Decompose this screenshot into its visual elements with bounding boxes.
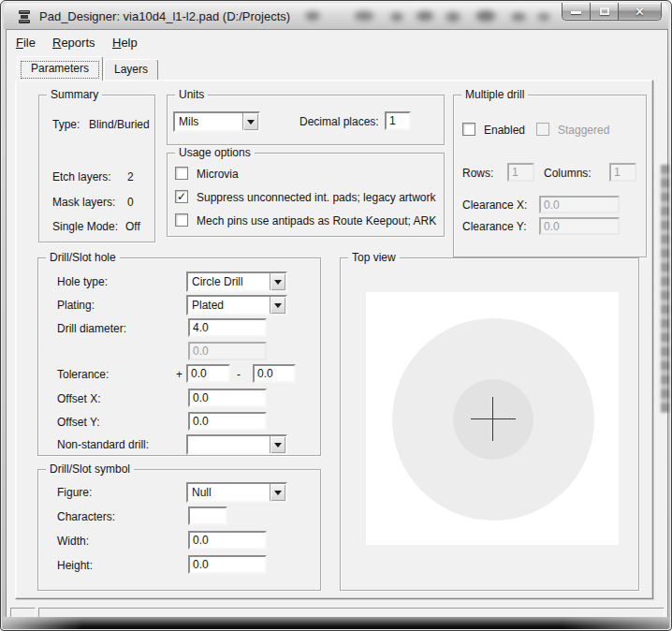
offset-y-input[interactable]: [188, 412, 267, 431]
top-view-canvas: [366, 292, 619, 545]
figure-label: Figure:: [57, 486, 92, 499]
menu-reports[interactable]: Reports: [52, 36, 95, 50]
hole-type-dropdown-button[interactable]: [270, 273, 285, 290]
summary-etch-label: Etch layers:: [52, 170, 111, 183]
non-standard-drill-select[interactable]: [186, 434, 287, 455]
figure-value: Null: [188, 484, 270, 501]
summary-single-mode-label: Single Mode:: [52, 220, 118, 233]
plating-label: Plating:: [57, 299, 95, 312]
tab-parameters-label: Parameters: [18, 62, 102, 75]
figure-dropdown-button[interactable]: [270, 484, 285, 501]
title-bar: Pad_Designer: via10d4_l1-l2.pad (D:/Proj…: [4, 3, 668, 29]
characters-label: Characters:: [57, 510, 115, 523]
chevron-down-icon: [274, 491, 282, 495]
summary-type-value: Blind/Buried: [89, 118, 150, 131]
clearance-y-label: Clearance Y:: [462, 220, 527, 233]
non-standard-drill-value: [188, 436, 270, 453]
offset-x-input[interactable]: [188, 389, 267, 407]
close-icon: ✕: [635, 6, 645, 18]
multiple-drill-group: Multiple drill Enabled Staggered Rows: C…: [453, 95, 647, 257]
pad-designer-window: Pad_Designer: via10d4_l1-l2.pad (D:/Proj…: [0, 0, 672, 631]
plating-select[interactable]: Plated: [186, 295, 287, 316]
drill-diameter-input[interactable]: [188, 318, 267, 337]
summary-single-mode-value: Off: [125, 220, 140, 233]
close-button[interactable]: ✕: [618, 3, 662, 21]
window-frame: Pad_Designer: via10d4_l1-l2.pad (D:/Proj…: [0, 0, 672, 631]
tolerance-minus-sign: -: [237, 368, 241, 381]
columns-label: Columns:: [544, 167, 592, 180]
summary-mask-label: Mask layers:: [52, 196, 115, 209]
width-label: Width:: [57, 535, 89, 548]
characters-input[interactable]: [188, 506, 227, 525]
window-title: Pad_Designer: via10d4_l1-l2.pad (D:/Proj…: [39, 9, 290, 23]
hole-type-select[interactable]: Circle Drill: [186, 271, 287, 292]
drill-slot-symbol-group: Drill/Slot symbol Figure: Null Character…: [37, 469, 321, 591]
summary-type-label: Type:: [52, 118, 80, 131]
chevron-down-icon: [274, 303, 282, 308]
hole-type-value: Circle Drill: [188, 273, 270, 290]
tolerance-label: Tolerance:: [57, 368, 109, 381]
usage-options-group: Usage options Microvia ✓ Suppress unconn…: [167, 153, 445, 237]
menu-file[interactable]: File: [16, 36, 36, 50]
clearance-x-label: Clearance X:: [462, 198, 527, 212]
plating-dropdown-button[interactable]: [270, 297, 285, 314]
rows-input: [507, 163, 534, 182]
staggered-checkbox: [536, 123, 549, 136]
top-view-group-title: Top view: [348, 251, 400, 264]
suppress-unconnected-checkbox[interactable]: ✓: [175, 190, 188, 203]
right-frame-glass-smudge: [661, 165, 669, 413]
staggered-label: Staggered: [558, 124, 609, 137]
mech-pins-label: Mech pins use antipads as Route Keepout;…: [197, 214, 436, 227]
checkmark-icon: ✓: [177, 192, 186, 201]
minimize-icon: [571, 11, 581, 14]
units-group: Units Mils Decimal places:: [167, 95, 445, 145]
units-dropdown-button[interactable]: [242, 113, 258, 130]
drill-slot-symbol-group-title: Drill/Slot symbol: [46, 462, 134, 476]
drill-slot-hole-group: Drill/Slot hole Hole type: Circle Drill …: [37, 257, 321, 456]
tab-layers-label: Layers: [105, 63, 157, 76]
units-select[interactable]: Mils: [173, 111, 260, 132]
plating-value: Plated: [188, 297, 270, 314]
non-standard-drill-label: Non-standard drill:: [57, 438, 149, 451]
clearance-x-input: [539, 196, 620, 213]
summary-group-title: Summary: [47, 88, 102, 101]
enabled-label: Enabled: [484, 124, 525, 137]
drill-diameter-secondary-input: [188, 342, 267, 360]
units-selected-value: Mils: [175, 113, 242, 130]
microvia-label: Microvia: [197, 168, 239, 181]
figure-select[interactable]: Null: [186, 482, 287, 503]
offset-y-label: Offset Y:: [57, 416, 100, 429]
parameters-page: Summary Type: Blind/Buried Etch layers: …: [15, 80, 653, 599]
tolerance-plus-input[interactable]: [186, 364, 230, 383]
non-standard-drill-dropdown-button[interactable]: [270, 436, 285, 453]
chevron-down-icon: [247, 120, 255, 125]
decimal-places-input[interactable]: [385, 111, 411, 130]
app-icon: [17, 9, 32, 24]
caption-buttons: ✕: [562, 3, 662, 21]
height-input[interactable]: [188, 555, 267, 574]
width-input[interactable]: [188, 531, 267, 550]
maximize-button[interactable]: [591, 3, 618, 21]
tab-layers[interactable]: Layers: [104, 59, 158, 81]
usage-options-group-title: Usage options: [175, 146, 255, 159]
enabled-checkbox[interactable]: [462, 123, 475, 136]
summary-mask-value: 0: [127, 196, 134, 209]
tab-parameters[interactable]: Parameters: [17, 56, 103, 81]
microvia-checkbox[interactable]: [175, 167, 188, 180]
titlebar-glass-smudges: [299, 6, 579, 26]
tolerance-plus-sign: +: [176, 368, 183, 381]
menu-help[interactable]: Help: [112, 36, 138, 50]
drill-circle: [453, 379, 533, 460]
maximize-icon: [600, 7, 609, 15]
crosshair-icon: [492, 397, 493, 441]
crosshair-icon: [471, 418, 516, 419]
minimize-button[interactable]: [562, 3, 591, 21]
units-group-title: Units: [175, 88, 208, 101]
tolerance-minus-input[interactable]: [253, 364, 296, 383]
hole-type-label: Hole type:: [57, 275, 108, 288]
summary-etch-value: 2: [127, 170, 134, 183]
clearance-y-input: [539, 217, 620, 235]
decimal-places-label: Decimal places:: [299, 115, 379, 128]
chevron-down-icon: [274, 443, 282, 448]
mech-pins-checkbox[interactable]: [175, 213, 188, 227]
